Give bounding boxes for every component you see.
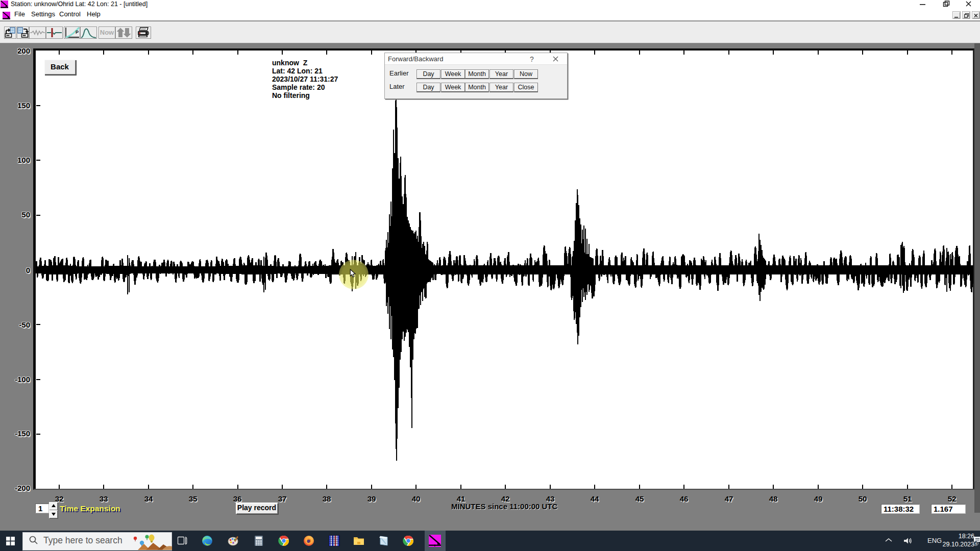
svg-text:P: P <box>76 30 79 35</box>
svg-text:4: 4 <box>975 541 977 546</box>
